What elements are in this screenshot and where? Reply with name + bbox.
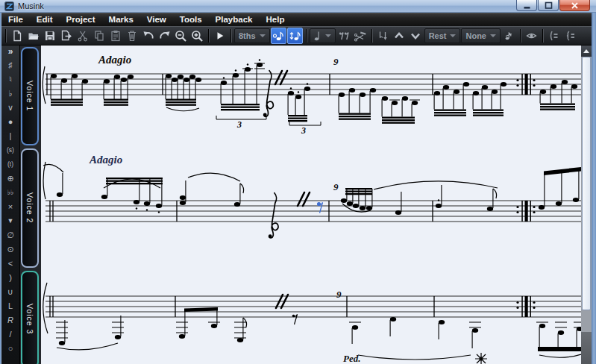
- eighth-note: [234, 318, 247, 342]
- tab-voice-3[interactable]: Voice 3: [21, 271, 39, 364]
- palette-flat[interactable]: ♭: [8, 87, 12, 101]
- rest-dropdown[interactable]: Rest: [424, 28, 461, 43]
- palette-staccato[interactable]: (s): [7, 143, 14, 157]
- title-bar[interactable]: Musink: [0, 0, 596, 13]
- export-button[interactable]: [58, 28, 74, 44]
- palette-filled-notehead[interactable]: ●: [8, 115, 13, 129]
- score-canvas[interactable]: Adagio: [41, 46, 581, 364]
- measure-number: 9: [333, 56, 339, 67]
- open-button[interactable]: [25, 28, 41, 44]
- palette-stem[interactable]: |: [10, 129, 12, 143]
- close-icon: [569, 0, 580, 11]
- paste-icon: [110, 30, 122, 42]
- menu-playback[interactable]: Playback: [209, 13, 260, 26]
- chevron-down-icon: [450, 34, 456, 37]
- undo-button[interactable]: [140, 28, 156, 44]
- toolbar-separator: [520, 29, 521, 43]
- palette-expand-button[interactable]: »: [8, 46, 13, 58]
- palette-natural[interactable]: ♮: [9, 72, 12, 87]
- palette-parenthesis[interactable]: ): [9, 271, 12, 285]
- redo-button[interactable]: [157, 28, 172, 44]
- triplet-group: 3: [288, 83, 321, 136]
- slur: [374, 181, 498, 189]
- palette-slash[interactable]: /: [9, 327, 11, 342]
- zoom-in-button[interactable]: [189, 28, 205, 44]
- grace-note-button[interactable]: [501, 28, 517, 44]
- palette-tie[interactable]: ∪: [7, 285, 13, 299]
- palette-coda[interactable]: ⊕: [7, 172, 13, 186]
- tab-voice-1[interactable]: Voice 1: [21, 47, 39, 145]
- step-up-button[interactable]: [392, 28, 407, 44]
- save-button[interactable]: [42, 28, 57, 44]
- note-entry-toggle[interactable]: [271, 28, 286, 44]
- tie-dropdown[interactable]: None: [461, 28, 501, 43]
- copy-button[interactable]: [91, 28, 107, 44]
- chevron-down-icon: [260, 34, 266, 37]
- chord: [180, 181, 186, 205]
- palette-tenuto[interactable]: (t): [7, 157, 13, 172]
- delete-button[interactable]: [124, 28, 139, 44]
- palette-triangle-notehead[interactable]: ▼: [7, 214, 14, 228]
- palette-accent[interactable]: <: [8, 257, 13, 271]
- menu-tools[interactable]: Tools: [173, 13, 209, 26]
- palette-slashed-circle[interactable]: ∅: [7, 228, 14, 242]
- open-folder-icon: [28, 30, 40, 42]
- step-down-button[interactable]: [408, 28, 424, 44]
- zoom-in-icon: [191, 30, 204, 43]
- copy-icon: [93, 30, 105, 42]
- palette-open-notehead[interactable]: ○: [8, 342, 13, 356]
- quarter-note-icon: [314, 31, 321, 41]
- palette-cross-notehead[interactable]: ×: [8, 200, 13, 214]
- scrollbar-track[interactable]: [581, 310, 592, 332]
- visibility-button[interactable]: [524, 28, 539, 44]
- palette-double-flat[interactable]: ♭♭: [7, 186, 14, 200]
- new-document-button[interactable]: [9, 28, 25, 44]
- maximize-button[interactable]: [538, 0, 559, 11]
- minimize-button[interactable]: [516, 0, 537, 11]
- scrollbar-up-button[interactable]: [581, 46, 592, 57]
- voice-tab-column: Voice 1 Voice 2 Voice 3: [20, 46, 41, 364]
- beam-group: [434, 82, 469, 116]
- palette-right-hand[interactable]: R: [7, 313, 13, 327]
- pitch-shift-icon: [289, 30, 301, 42]
- note-step-down-button[interactable]: [375, 28, 391, 44]
- note-length-dropdown[interactable]: 8ths: [234, 28, 270, 43]
- menu-help[interactable]: Help: [259, 13, 291, 26]
- play-button[interactable]: [212, 28, 228, 44]
- rest-dropdown-value: Rest: [429, 31, 447, 40]
- menu-edit[interactable]: Edit: [30, 13, 60, 26]
- toolbar-separator: [5, 29, 6, 43]
- eighth-note: [234, 183, 244, 207]
- close-button[interactable]: [559, 0, 590, 11]
- beam-tool-button[interactable]: [353, 28, 368, 44]
- system-continuation-curve: [43, 283, 48, 333]
- tuplet-number: 3: [236, 119, 242, 130]
- menu-project[interactable]: Project: [60, 13, 102, 26]
- cut-button[interactable]: [75, 28, 90, 44]
- tempo-marking: Adagio: [89, 154, 122, 166]
- tuplet-number: 3: [301, 125, 306, 136]
- palette-marcato[interactable]: ∨: [7, 101, 13, 115]
- menu-view[interactable]: View: [140, 13, 173, 26]
- vertical-scrollbar[interactable]: [581, 46, 592, 364]
- rest-tool-button[interactable]: [336, 28, 352, 44]
- palette-left-hand[interactable]: L: [8, 299, 13, 313]
- slur: [57, 343, 118, 350]
- menu-file[interactable]: File: [1, 13, 30, 26]
- tab-voice-2[interactable]: Voice 2: [21, 148, 39, 268]
- palette-circle-dot[interactable]: ⊙: [7, 242, 13, 257]
- scrollbar-thumb[interactable]: [582, 57, 591, 310]
- menu-marks[interactable]: Marks: [102, 13, 140, 26]
- palette-sharp[interactable]: ♯: [8, 58, 13, 72]
- toolbar-separator: [230, 29, 231, 43]
- beam-group: [101, 178, 163, 213]
- pitch-shift-toggle[interactable]: [287, 28, 303, 44]
- zoom-out-button[interactable]: [173, 28, 189, 44]
- staff-brace-button[interactable]: [562, 28, 578, 44]
- note-duration-dropdown[interactable]: [310, 28, 336, 43]
- caesura-icon: [298, 192, 310, 206]
- paste-button[interactable]: [107, 28, 123, 44]
- staff-bracket-button[interactable]: [546, 28, 562, 44]
- scrollbar-track-end[interactable]: [581, 332, 592, 364]
- staff-lines: [46, 296, 581, 317]
